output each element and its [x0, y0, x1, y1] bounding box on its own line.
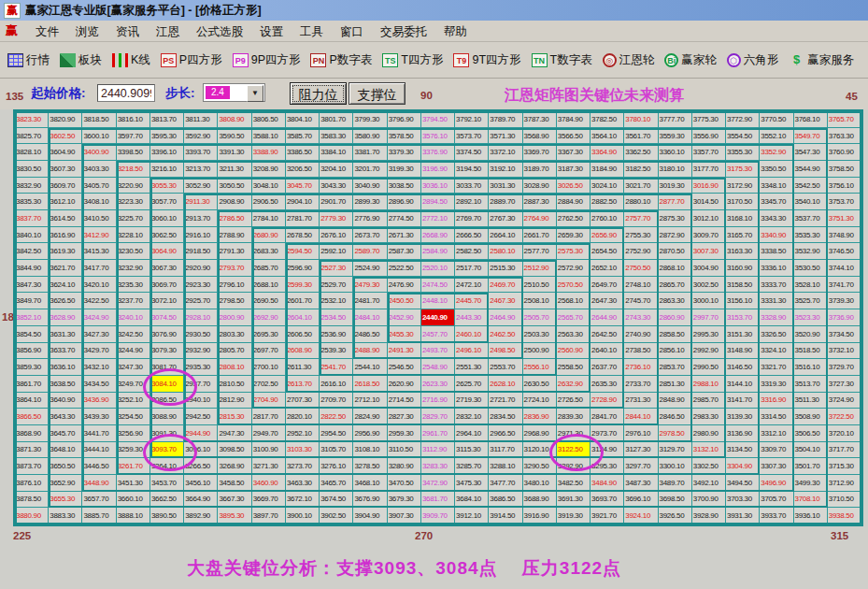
grid-cell[interactable]: 3307.30 [760, 458, 793, 475]
grid-cell[interactable]: 3496.90 [760, 475, 793, 492]
grid-cell[interactable]: 2865.70 [659, 277, 692, 294]
grid-cell[interactable]: 3482.50 [557, 475, 591, 492]
grid-cell[interactable]: 3254.50 [117, 409, 150, 425]
grid-cell[interactable]: 3729.70 [828, 359, 861, 376]
grid-cell[interactable]: 3480.10 [523, 475, 557, 492]
grid-cell[interactable]: 3513.70 [794, 376, 828, 393]
grid-cell[interactable]: 2481.70 [353, 293, 387, 309]
grid-cell[interactable]: 2731.30 [624, 393, 658, 409]
grid-cell[interactable]: 3724.90 [828, 393, 861, 409]
grid-cell[interactable]: 2625.70 [455, 376, 489, 393]
grid-cell[interactable]: 2452.90 [388, 309, 421, 326]
grid-cell[interactable]: 3828.10 [15, 144, 49, 161]
grid-cell[interactable]: 2858.50 [659, 326, 692, 343]
grid-cell[interactable]: 2474.50 [421, 277, 455, 294]
grid-cell[interactable]: 2870.50 [659, 243, 692, 260]
grid-cell[interactable]: 3316.90 [760, 393, 793, 409]
grid-cell[interactable]: 3686.50 [489, 492, 522, 509]
grid-cell[interactable]: 3088.90 [150, 409, 184, 425]
grid-cell[interactable]: 3422.50 [82, 293, 116, 309]
grid-cell[interactable]: 3319.30 [760, 376, 793, 393]
grid-cell[interactable]: 3612.10 [49, 194, 82, 210]
grid-cell[interactable]: 3074.50 [150, 309, 184, 326]
grid-cell[interactable]: 2712.10 [353, 393, 387, 409]
grid-cell[interactable]: 2829.70 [421, 409, 455, 425]
grid-cell[interactable]: 3117.70 [489, 442, 522, 459]
grid-cell[interactable]: 2784.10 [252, 210, 286, 227]
menu-item-3[interactable]: 江恩 [148, 23, 188, 40]
grid-cell[interactable]: 2827.30 [388, 409, 421, 425]
grid-cell[interactable]: 3187.30 [557, 161, 591, 178]
grid-cell[interactable]: 2930.50 [184, 326, 218, 343]
toolbar-button-T数字表[interactable]: TNT数字表 [530, 50, 594, 70]
grid-cell[interactable]: 3741.70 [828, 277, 861, 294]
grid-cell[interactable]: 3652.90 [49, 475, 82, 492]
toolbar-button-T四方形[interactable]: TST四方形 [380, 50, 445, 70]
grid-cell[interactable]: 3722.50 [828, 409, 861, 425]
grid-cell[interactable]: 3384.10 [320, 144, 353, 161]
grid-cell[interactable]: 2863.30 [659, 293, 692, 309]
grid-cell[interactable]: 3312.10 [760, 425, 793, 442]
grid-cell[interactable]: 3100.90 [252, 442, 286, 459]
grid-cell[interactable]: 2510.50 [523, 277, 557, 294]
grid-cell[interactable]: 3021.70 [624, 178, 658, 194]
grid-cell[interactable]: 2716.90 [421, 393, 455, 409]
grid-cell[interactable]: 3151.30 [726, 326, 760, 343]
grid-cell[interactable]: 2740.90 [624, 326, 658, 343]
grid-cell[interactable]: 3544.90 [794, 161, 828, 178]
grid-cell[interactable]: 2952.10 [286, 425, 320, 442]
grid-cell[interactable]: 3456.10 [184, 475, 218, 492]
grid-cell[interactable]: 3614.50 [49, 210, 82, 227]
grid-cell[interactable]: 3189.70 [523, 161, 557, 178]
grid-cell[interactable]: 3067.30 [150, 260, 184, 277]
grid-cell[interactable]: 3900.10 [286, 508, 320, 524]
grid-cell[interactable]: 3302.50 [692, 458, 726, 475]
grid-cell[interactable]: 2978.50 [659, 425, 692, 442]
grid-cell[interactable]: 3153.70 [726, 309, 760, 326]
grid-cell[interactable]: 2462.50 [489, 326, 522, 343]
grid-cell[interactable]: 3830.50 [15, 161, 49, 178]
grid-cell[interactable]: 2889.70 [489, 194, 522, 210]
grid-cell[interactable]: 2632.90 [557, 376, 591, 393]
grid-cell[interactable]: 2901.70 [320, 194, 353, 210]
grid-cell[interactable]: 3465.70 [320, 475, 353, 492]
grid-cell[interactable]: 3626.50 [49, 293, 82, 309]
start-price-input[interactable] [97, 84, 155, 102]
grid-cell[interactable]: 3811.30 [184, 111, 218, 128]
grid-cell[interactable]: 3110.50 [388, 442, 421, 459]
grid-cell[interactable]: 3921.70 [591, 508, 624, 524]
grid-cell[interactable]: 3242.50 [117, 326, 150, 343]
grid-cell[interactable]: 3633.70 [49, 343, 82, 360]
menu-item-9[interactable]: 帮助 [435, 23, 476, 40]
grid-cell[interactable]: 2544.10 [353, 359, 387, 376]
toolbar-button-江恩轮[interactable]: ◎江恩轮 [601, 50, 657, 70]
grid-cell[interactable]: 2860.90 [659, 309, 692, 326]
grid-cell[interactable]: 3756.10 [828, 178, 861, 194]
grid-cell[interactable]: 3528.10 [794, 277, 828, 294]
grid-cell[interactable]: 3331.30 [760, 293, 793, 309]
grid-cell[interactable]: 2541.70 [320, 359, 353, 376]
grid-cell[interactable]: 3472.90 [421, 475, 455, 492]
grid-cell[interactable]: 3439.30 [82, 409, 116, 425]
grid-cell[interactable]: 2817.70 [252, 409, 286, 425]
grid-cell[interactable]: 3936.10 [794, 508, 828, 524]
grid-cell[interactable]: 3607.30 [49, 161, 82, 178]
toolbar-button-赢家轮[interactable]: Bi赢家轮 [662, 50, 719, 70]
grid-cell[interactable]: 3842.50 [15, 243, 49, 260]
grid-cell[interactable]: 3552.10 [760, 128, 793, 145]
grid-cell[interactable]: 2774.50 [388, 210, 421, 227]
grid-cell[interactable]: 2623.30 [421, 376, 455, 393]
grid-cell[interactable]: 3220.90 [117, 178, 150, 194]
grid-cell[interactable]: 2546.50 [388, 359, 421, 376]
grid-cell[interactable]: 3777.70 [659, 111, 692, 128]
grid-cell[interactable]: 2776.90 [353, 210, 387, 227]
grid-cell[interactable]: 3398.50 [117, 144, 150, 161]
grid-cell[interactable]: 3444.10 [82, 442, 116, 459]
grid-cell[interactable]: 3340.90 [760, 227, 793, 244]
grid-cell[interactable]: 2745.70 [624, 293, 658, 309]
grid-cell[interactable]: 3441.70 [82, 425, 116, 442]
grid-cell[interactable]: 2928.10 [184, 309, 218, 326]
grid-cell[interactable]: 3484.90 [591, 475, 624, 492]
grid-cell[interactable]: 3636.10 [49, 359, 82, 376]
grid-cell[interactable]: 3139.30 [726, 409, 760, 425]
